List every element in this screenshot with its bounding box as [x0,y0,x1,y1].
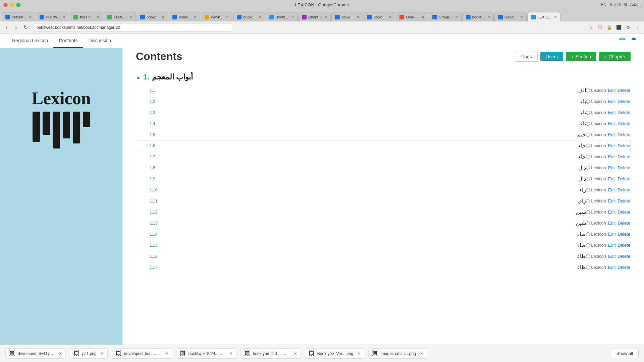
download-close-4[interactable]: ✕ [294,351,297,356]
lexicon-link-11[interactable]: Lexicon [586,209,606,215]
tab-close-0[interactable]: ✕ [29,15,32,19]
collapse-arrow-icon[interactable]: ▲ [136,74,141,80]
flags-button[interactable]: Flags [515,52,538,62]
download-close-2[interactable]: ✕ [165,351,168,356]
show-all-button[interactable]: Show all [611,349,639,358]
tab-close-6[interactable]: ✕ [226,15,229,19]
download-item-5[interactable]: 🖼 Booktype_Ver....png ✕ [305,348,364,359]
tab-close-16[interactable]: ✕ [554,15,557,19]
edit-link-10[interactable]: Edit [608,198,615,203]
back-button[interactable]: ‹ [3,23,11,32]
delete-link-7[interactable]: Delete [618,165,630,170]
tab-close-12[interactable]: ✕ [422,15,424,19]
tab-close-15[interactable]: ✕ [520,15,523,19]
tab-0[interactable]: Pubsw... ✕ [2,12,35,21]
lexicon-link-10[interactable]: Lexicon [586,198,606,203]
edit-link-6[interactable]: Edit [608,154,615,159]
close-window-button[interactable] [3,3,8,7]
edit-link-12[interactable]: Edit [608,221,615,226]
delete-link-1[interactable]: Delete [618,99,630,104]
edit-link-13[interactable]: Edit [608,232,615,237]
tab-close-5[interactable]: ✕ [194,15,197,19]
lexicon-link-15[interactable]: Lexicon [586,254,606,259]
extension-button-3[interactable]: ⬛ [615,24,623,31]
delete-link-16[interactable]: Delete [618,265,630,270]
tab-close-13[interactable]: ✕ [455,15,458,19]
edit-link-0[interactable]: Edit [608,88,615,93]
edit-link-4[interactable]: Edit [608,132,615,137]
nav-tab-contents[interactable]: Contents [53,34,83,48]
tab-12[interactable]: OMNI... ✕ [396,12,428,21]
edit-link-1[interactable]: Edit [608,99,615,104]
delete-link-15[interactable]: Delete [618,254,630,259]
bookmark-button[interactable]: ☆ [587,24,594,31]
edit-link-15[interactable]: Edit [608,254,615,259]
chapter-button[interactable]: + Chapter [599,52,631,61]
delete-link-11[interactable]: Delete [618,209,630,215]
edit-link-8[interactable]: Edit [608,176,615,181]
tab-close-11[interactable]: ✕ [389,15,391,19]
lexicon-link-6[interactable]: Lexicon [586,154,606,159]
lexicon-link-13[interactable]: Lexicon [586,232,606,237]
maximize-window-button[interactable] [16,3,20,7]
lexicon-link-8[interactable]: Lexicon [586,176,606,181]
tab-close-4[interactable]: ✕ [162,15,164,19]
lexicon-link-3[interactable]: Lexicon [586,121,606,126]
lexicon-link-14[interactable]: Lexicon [586,243,606,248]
lexicon-link-16[interactable]: Lexicon [586,265,606,270]
delete-link-14[interactable]: Delete [618,243,630,248]
lexicon-link-4[interactable]: Lexicon [586,132,606,137]
tab-14[interactable]: bookt... ✕ [462,12,494,21]
delete-link-9[interactable]: Delete [618,187,630,192]
download-item-0[interactable]: 🖼 developed_SEO.png ✕ [5,348,66,359]
download-item-1[interactable]: 🖼 ps1.png ✕ [70,348,108,359]
edit-link-5[interactable]: Edit [608,143,615,148]
tab-close-8[interactable]: ✕ [291,15,294,19]
edit-link-14[interactable]: Edit [608,243,615,248]
delete-link-13[interactable]: Delete [618,232,630,237]
delete-link-6[interactable]: Delete [618,154,630,159]
reload-button[interactable]: ↻ [21,23,30,32]
download-close-6[interactable]: ✕ [420,351,423,356]
tab-close-14[interactable]: ✕ [487,15,490,19]
delete-link-4[interactable]: Delete [618,132,630,137]
lexicon-link-2[interactable]: Lexicon [586,110,606,115]
edit-link-2[interactable]: Edit [608,110,615,115]
tab-8[interactable]: Bookt... ✕ [266,12,298,21]
tab-close-7[interactable]: ✕ [259,15,261,19]
edit-link-11[interactable]: Edit [608,209,615,215]
tab-6[interactable]: Wayb... ✕ [201,12,233,21]
delete-link-10[interactable]: Delete [618,198,630,203]
tab-11[interactable]: bookt... ✕ [364,12,395,21]
tab-9[interactable]: /chapt... ✕ [298,12,331,21]
extension-button-2[interactable]: 🔒 [606,24,613,31]
download-close-3[interactable]: ✕ [229,351,233,356]
nav-tab-regional-lexicon[interactable]: Regional Lexicon [7,34,53,48]
tab-close-2[interactable]: ✕ [97,15,99,19]
address-input[interactable] [32,23,233,32]
tab-2[interactable]: floss n... ✕ [70,12,103,21]
download-close-1[interactable]: ✕ [101,351,104,356]
delete-link-3[interactable]: Delete [618,121,630,126]
download-close-0[interactable]: ✕ [59,351,62,356]
minimize-window-button[interactable] [10,3,14,7]
tab-close-10[interactable]: ✕ [357,15,359,19]
lexicon-link-5[interactable]: Lexicon [586,143,606,148]
menu-button[interactable]: ⋮ [634,24,641,31]
tab-15[interactable]: Googl... ✕ [494,12,527,21]
delete-link-5[interactable]: Delete [618,143,630,148]
lexicon-link-9[interactable]: Lexicon [586,187,606,192]
tab-7[interactable]: bookt... ✕ [233,12,265,21]
delete-link-2[interactable]: Delete [618,110,630,115]
download-item-4[interactable]: 🖼 booktype_2.0_....png ✕ [240,348,301,359]
tab-3[interactable]: FLOS... ✕ [104,12,136,21]
tab-10[interactable]: bookt... ✕ [331,12,363,21]
section-button[interactable]: + Section [566,52,596,61]
tab-close-9[interactable]: ✕ [324,15,327,19]
edit-link-7[interactable]: Edit [608,165,615,170]
tab-16[interactable]: LEXIC... ✕ [527,12,560,21]
tab-13[interactable]: Group... ✕ [429,12,462,21]
delete-link-12[interactable]: Delete [618,221,630,226]
lexicon-link-7[interactable]: Lexicon [586,165,606,170]
delete-link-0[interactable]: Delete [618,88,630,93]
